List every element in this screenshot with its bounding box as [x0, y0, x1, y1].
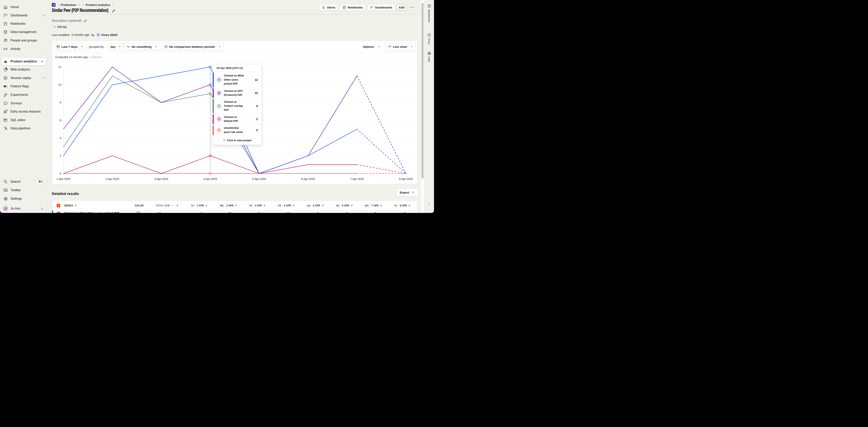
- svg-text:4-Apr-2025: 4-Apr-2025: [203, 177, 217, 181]
- svg-text:4: 4: [60, 136, 61, 140]
- svg-text:12: 12: [58, 65, 61, 68]
- svg-text:8-Apr-2025: 8-Apr-2025: [399, 177, 413, 181]
- svg-text:5-Apr-2025: 5-Apr-2025: [252, 177, 266, 181]
- svg-text:0: 0: [60, 172, 61, 175]
- svg-text:6: 6: [60, 119, 61, 122]
- svg-text:2: 2: [60, 154, 61, 157]
- svg-text:6-Apr-2025: 6-Apr-2025: [301, 177, 315, 181]
- svg-text:10: 10: [58, 83, 61, 86]
- svg-text:2-Apr-2025: 2-Apr-2025: [105, 177, 119, 181]
- svg-text:8: 8: [60, 101, 61, 104]
- svg-text:3-Apr-2025: 3-Apr-2025: [154, 177, 168, 181]
- svg-text:7-Apr-2025: 7-Apr-2025: [350, 177, 364, 181]
- svg-text:1-Apr-2025: 1-Apr-2025: [57, 177, 70, 181]
